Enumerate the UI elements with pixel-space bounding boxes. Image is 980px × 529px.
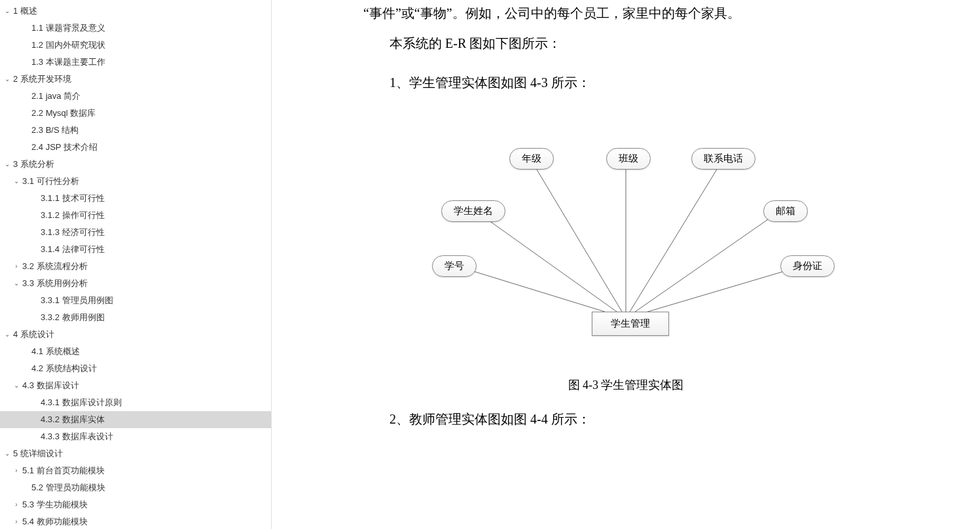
outline-item[interactable]: 5.2 管理员功能模块	[0, 479, 271, 496]
chevron-down-icon[interactable]: ⌄	[3, 7, 12, 16]
figure-caption: 图 4-3 学生管理实体图	[298, 377, 954, 393]
spacer-icon	[21, 143, 30, 152]
spacer-icon	[30, 245, 39, 254]
svg-line-0	[456, 266, 626, 318]
outline-label: 1.3 本课题主要工作	[31, 56, 105, 69]
outline-label: 2.3 B/S 结构	[31, 124, 79, 137]
outline-label: 3.1.3 经济可行性	[41, 226, 105, 239]
outline-label: 4.3.2 数据库实体	[41, 413, 105, 426]
outline-item[interactable]: 2.3 B/S 结构	[0, 122, 271, 139]
outline-label: 4.1 系统概述	[31, 345, 80, 358]
outline-label: 3.2 系统流程分析	[22, 260, 88, 273]
document-content[interactable]: “事件”或“事物”。例如，公司中的每个员工，家里中的每个家具。 本系统的 E-R…	[272, 0, 980, 529]
outline-item[interactable]: 4.1 系统概述	[0, 343, 271, 360]
outline-item[interactable]: 2.4 JSP 技术介绍	[0, 139, 271, 156]
outline-label: 2.2 Mysql 数据库	[31, 107, 96, 120]
outline-item[interactable]: 3.1.1 技术可行性	[0, 190, 271, 207]
spacer-icon	[21, 92, 30, 101]
outline-label: 5 统详细设计	[13, 447, 63, 460]
outline-item[interactable]: 3.3.1 管理员用例图	[0, 292, 271, 309]
chevron-down-icon[interactable]: ⌄	[3, 330, 12, 339]
outline-label: 1.1 课题背景及意义	[31, 22, 105, 35]
outline-label: 4.2 系统结构设计	[31, 362, 97, 375]
chevron-right-icon[interactable]: ›	[12, 466, 21, 475]
outline-item[interactable]: 1.2 国内外研究现状	[0, 37, 271, 54]
entity-attr: 学号	[432, 255, 477, 277]
outline-item[interactable]: ⌄2 系统开发环境	[0, 71, 271, 88]
chevron-down-icon[interactable]: ⌄	[12, 279, 21, 288]
outline-label: 3.3 系统用例分析	[22, 277, 88, 290]
svg-line-6	[626, 266, 803, 318]
er-diagram: 学号 学生姓名 年级 班级 联系电话 邮箱 身份证 学生管理	[416, 135, 835, 351]
svg-line-2	[531, 160, 626, 318]
outline-label: 3.1.1 技术可行性	[41, 192, 105, 205]
outline-label: 2 系统开发环境	[13, 73, 71, 86]
outline-label: 3.3.2 教师用例图	[41, 311, 105, 324]
outline-item[interactable]: ⌄3 系统分析	[0, 156, 271, 173]
outline-label: 5.3 学生功能模块	[22, 498, 88, 511]
outline-item[interactable]: 3.1.3 经济可行性	[0, 224, 271, 241]
outline-item[interactable]: ›5.1 前台首页功能模块	[0, 462, 271, 479]
chevron-right-icon[interactable]: ›	[12, 500, 21, 509]
entity-attr: 身份证	[780, 255, 835, 277]
spacer-icon	[30, 432, 39, 441]
outline-label: 3.3.1 管理员用例图	[41, 294, 113, 307]
spacer-icon	[30, 211, 39, 220]
outline-item[interactable]: 4.3.2 数据库实体	[0, 411, 271, 428]
chevron-down-icon[interactable]: ⌄	[3, 160, 12, 169]
body-text: 1、学生管理实体图如图 4-3 所示：	[363, 69, 915, 96]
outline-item[interactable]: ⌄3.3 系统用例分析	[0, 275, 271, 292]
outline-label: 5.4 教师功能模块	[22, 515, 88, 528]
spacer-icon	[30, 228, 39, 237]
chevron-down-icon[interactable]: ⌄	[3, 75, 12, 84]
spacer-icon	[30, 194, 39, 203]
outline-item[interactable]: 3.1.2 操作可行性	[0, 207, 271, 224]
outline-item[interactable]: ›3.2 系统流程分析	[0, 258, 271, 275]
outline-item[interactable]: ›5.4 教师功能模块	[0, 513, 271, 529]
spacer-icon	[21, 347, 30, 356]
spacer-icon	[21, 364, 30, 373]
spacer-icon	[30, 415, 39, 424]
outline-label: 5.2 管理员功能模块	[31, 481, 105, 494]
spacer-icon	[21, 41, 30, 50]
outline-label: 2.1 java 简介	[31, 90, 81, 103]
chevron-right-icon[interactable]: ›	[12, 262, 21, 271]
outline-label: 5.1 前台首页功能模块	[22, 464, 105, 477]
spacer-icon	[21, 483, 30, 492]
outline-label: 4.3 数据库设计	[22, 379, 79, 392]
outline-item[interactable]: 1.1 课题背景及意义	[0, 20, 271, 37]
entity-attr: 班级	[606, 148, 651, 170]
outline-item[interactable]: ⌄3.1 可行性分析	[0, 173, 271, 190]
entity-attr: 年级	[509, 148, 554, 170]
outline-item[interactable]: 3.1.4 法律可行性	[0, 241, 271, 258]
outline-label: 2.4 JSP 技术介绍	[31, 141, 98, 154]
chevron-down-icon[interactable]: ⌄	[12, 381, 21, 390]
outline-label: 4.3.1 数据库设计原则	[41, 396, 122, 409]
spacer-icon	[30, 398, 39, 407]
outline-item[interactable]: 4.2 系统结构设计	[0, 360, 271, 377]
spacer-icon	[30, 313, 39, 322]
spacer-icon	[30, 296, 39, 305]
spacer-icon	[21, 24, 30, 33]
outline-sidebar[interactable]: ⌄1 概述1.1 课题背景及意义1.2 国内外研究现状1.3 本课题主要工作⌄2…	[0, 0, 272, 529]
outline-item[interactable]: 2.2 Mysql 数据库	[0, 105, 271, 122]
outline-item[interactable]: ›5.3 学生功能模块	[0, 496, 271, 513]
spacer-icon	[21, 126, 30, 135]
outline-item[interactable]: 2.1 java 简介	[0, 88, 271, 105]
entity-attr: 学生姓名	[441, 200, 505, 222]
outline-item[interactable]: ⌄4.3 数据库设计	[0, 377, 271, 394]
outline-item[interactable]: ⌄4 系统设计	[0, 326, 271, 343]
outline-item[interactable]: 1.3 本课题主要工作	[0, 54, 271, 71]
chevron-down-icon[interactable]: ⌄	[12, 177, 21, 186]
outline-label: 4 系统设计	[13, 328, 54, 341]
outline-item[interactable]: 4.3.3 数据库表设计	[0, 428, 271, 445]
outline-label: 3.1.2 操作可行性	[41, 209, 105, 222]
spacer-icon	[21, 109, 30, 118]
chevron-right-icon[interactable]: ›	[12, 517, 21, 526]
outline-label: 3 系统分析	[13, 158, 54, 171]
chevron-down-icon[interactable]: ⌄	[3, 449, 12, 458]
outline-item[interactable]: 3.3.2 教师用例图	[0, 309, 271, 326]
outline-item[interactable]: ⌄5 统详细设计	[0, 445, 271, 462]
outline-item[interactable]: 4.3.1 数据库设计原则	[0, 394, 271, 411]
outline-item[interactable]: ⌄1 概述	[0, 3, 271, 20]
